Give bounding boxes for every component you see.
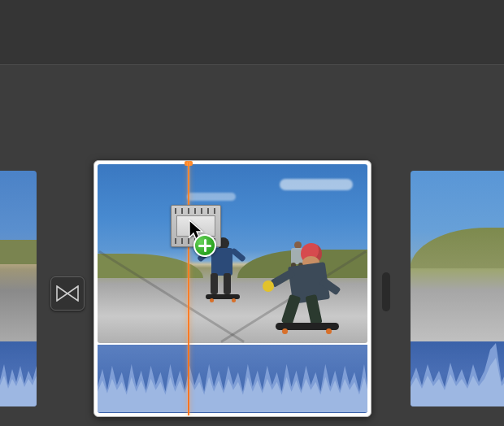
clip-audio-waveform [0, 341, 37, 406]
clip-audio-waveform [98, 345, 367, 413]
timeline-clip[interactable] [411, 171, 504, 406]
timeline-clip[interactable] [0, 171, 37, 406]
clip-edge-handle[interactable] [382, 272, 390, 311]
clip-thumbnail [0, 171, 37, 341]
drag-preview [171, 205, 226, 252]
add-badge-icon [193, 234, 216, 257]
clip-thumbnail [411, 171, 504, 341]
playhead-insertion-marker[interactable] [187, 162, 190, 415]
timeline-clip-selected[interactable] [93, 160, 371, 417]
clip-audio-waveform [411, 341, 504, 406]
svg-marker-1 [67, 286, 78, 301]
toolbar-area [0, 0, 504, 65]
transition-cross-dissolve-icon[interactable] [50, 276, 85, 311]
thumbnail-figure [264, 241, 362, 339]
clip-thumbnail [98, 164, 367, 343]
svg-marker-0 [57, 286, 67, 301]
timeline[interactable] [0, 65, 504, 426]
